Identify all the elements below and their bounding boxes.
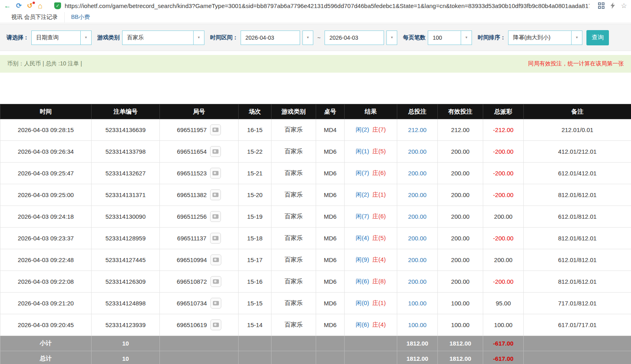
cell-remark: 717.01/812.01 [524, 293, 631, 314]
back-icon[interactable]: ← [4, 2, 11, 9]
filter-bar: 请选择： 日期查询 ▼ 游戏类别 百家乐 ▼ 时间区间： 2026-04-03 … [0, 24, 631, 51]
cell-time: 2026-04-03 09:23:37 [0, 228, 92, 249]
table-row: 2026-04-03 09:22:48 523314127445 6965109… [0, 249, 631, 271]
date-from-input[interactable]: 2026-04-03 [241, 31, 300, 45]
chevron-down-icon[interactable]: ▼ [302, 31, 313, 45]
undo-icon[interactable]: ↺ [27, 2, 33, 9]
browser-toolbar: ← ⟳ ↺ ⌂ ✓ https://iohetf.com/game/betrec… [0, 0, 631, 11]
game-type-select[interactable]: 百家乐 ▼ [122, 31, 204, 45]
cell-bet-id: 523314132627 [92, 163, 160, 184]
cell-session: 15-22 [239, 141, 272, 163]
empty-cell [272, 351, 316, 364]
video-replay-icon[interactable] [210, 189, 221, 200]
cell-result: 闲(7) 庄(6) [345, 163, 397, 184]
banker-result: 庄(6) [372, 169, 386, 176]
date-to-input[interactable]: 2026-04-03 [325, 31, 384, 45]
empty-cell [316, 336, 345, 351]
video-replay-icon[interactable] [210, 233, 221, 244]
empty-cell [345, 351, 397, 364]
query-button[interactable]: 查询 [586, 30, 609, 45]
banker-result: 庄(4) [372, 321, 386, 328]
lightning-icon[interactable] [611, 2, 615, 9]
round-number: 696511654 [177, 148, 207, 155]
cell-total-bet[interactable]: 200.00 [397, 271, 438, 293]
cell-table-no: MD6 [316, 271, 345, 293]
table-row: 2026-04-03 09:22:08 523314126309 6965108… [0, 271, 631, 293]
cell-result: 闲(6) 庄(4) [345, 314, 397, 336]
sort-order-label: 时间排序： [478, 34, 506, 41]
cell-total-bet[interactable]: 100.00 [397, 293, 438, 314]
cell-payout: -200.00 [483, 141, 524, 163]
tab-bb-tip[interactable]: BB小费 [64, 12, 96, 22]
cell-valid-bet: 200.00 [438, 249, 483, 271]
cell-session: 15-18 [239, 228, 272, 249]
chevron-down-icon[interactable]: ▼ [80, 31, 91, 45]
cell-round: 696510734 [160, 293, 239, 314]
cell-bet-id: 523314126309 [92, 271, 160, 293]
cell-valid-bet: 200.00 [438, 141, 483, 163]
cell-game-type: 百家乐 [272, 163, 316, 184]
cell-round: 696510872 [160, 271, 239, 293]
video-replay-icon[interactable] [210, 298, 221, 309]
cell-bet-id: 523314136639 [92, 119, 160, 141]
video-replay-icon[interactable] [210, 211, 221, 222]
cell-total-bet[interactable]: 212.00 [397, 119, 438, 141]
col-header-payout: 总派彩 [483, 104, 524, 119]
apps-grid-icon[interactable] [598, 2, 604, 9]
round-number: 696510734 [177, 300, 207, 307]
date-range-tilde: ~ [317, 35, 321, 41]
cell-round: 696510619 [160, 314, 239, 336]
browser-right-icons: ☆ [595, 2, 627, 9]
page-size-select[interactable]: 100 ▼ [428, 31, 472, 45]
chevron-down-icon[interactable]: ▼ [386, 31, 397, 45]
cell-game-type: 百家乐 [272, 141, 316, 163]
cell-table-no: MD6 [316, 141, 345, 163]
subtotal-payout: -617.00 [483, 336, 524, 351]
video-replay-icon[interactable] [210, 319, 221, 330]
cell-payout: 200.00 [483, 206, 524, 228]
cell-total-bet[interactable]: 200.00 [397, 249, 438, 271]
refresh-icon[interactable]: ⟳ [16, 2, 22, 9]
cell-total-bet[interactable]: 200.00 [397, 206, 438, 228]
cell-total-bet[interactable]: 200.00 [397, 141, 438, 163]
video-replay-icon[interactable] [210, 124, 221, 135]
cell-time: 2026-04-03 09:24:18 [0, 206, 92, 228]
game-type-label: 游戏类别 [97, 34, 120, 41]
video-replay-icon[interactable] [210, 168, 221, 179]
query-type-select[interactable]: 日期查询 ▼ [31, 31, 92, 45]
banker-result: 庄(7) [372, 126, 386, 133]
player-result: 闲(6) [356, 278, 369, 285]
home-icon[interactable]: ⌂ [38, 2, 43, 10]
cell-session: 15-17 [239, 249, 272, 271]
cell-total-bet[interactable]: 200.00 [397, 228, 438, 249]
total-payout: -617.00 [483, 351, 524, 364]
round-number: 696511137 [177, 235, 206, 242]
sort-order-select[interactable]: 降幂(由大到小) ▼ [508, 31, 582, 45]
table-row: 2026-04-03 09:24:18 523314130090 6965112… [0, 206, 631, 228]
table-row: 2026-04-03 09:25:00 523314131371 6965113… [0, 184, 631, 206]
cell-total-bet[interactable]: 200.00 [397, 163, 438, 184]
address-bar[interactable]: ✓ https://iohetf.com/game/betrecord_sear… [48, 2, 590, 9]
video-replay-icon[interactable] [210, 146, 221, 157]
bookmark-star-icon[interactable]: ☆ [621, 2, 627, 9]
currency-total-text: 币别：人民币 | 总共 :10 注单 | [7, 60, 82, 67]
empty-cell [524, 336, 631, 351]
cell-total-bet[interactable]: 100.00 [397, 314, 438, 336]
chevron-down-icon[interactable]: ▼ [193, 31, 204, 45]
chevron-down-icon[interactable]: ▼ [571, 31, 582, 45]
round-number: 696511256 [177, 213, 207, 220]
cell-round: 696510994 [160, 249, 239, 271]
chevron-down-icon[interactable]: ▼ [461, 31, 472, 45]
cell-session: 15-20 [239, 184, 272, 206]
cell-session: 15-16 [239, 271, 272, 293]
summary-bar: 币别：人民币 | 总共 :10 注单 | 同局有效投注，统一计算在该局第一张 [0, 55, 631, 73]
cell-game-type: 百家乐 [272, 271, 316, 293]
sort-order-value: 降幂(由大到小) [508, 31, 571, 45]
tab-video-bet-records[interactable]: 视讯 会员下注记录 [5, 12, 64, 22]
cell-time: 2026-04-03 09:22:08 [0, 271, 92, 293]
url-text[interactable]: https://iohetf.com/game/betrecord_search… [65, 2, 590, 9]
video-replay-icon[interactable] [210, 276, 221, 287]
cell-total-bet[interactable]: 200.00 [397, 184, 438, 206]
empty-cell [239, 351, 272, 364]
video-replay-icon[interactable] [210, 254, 221, 265]
